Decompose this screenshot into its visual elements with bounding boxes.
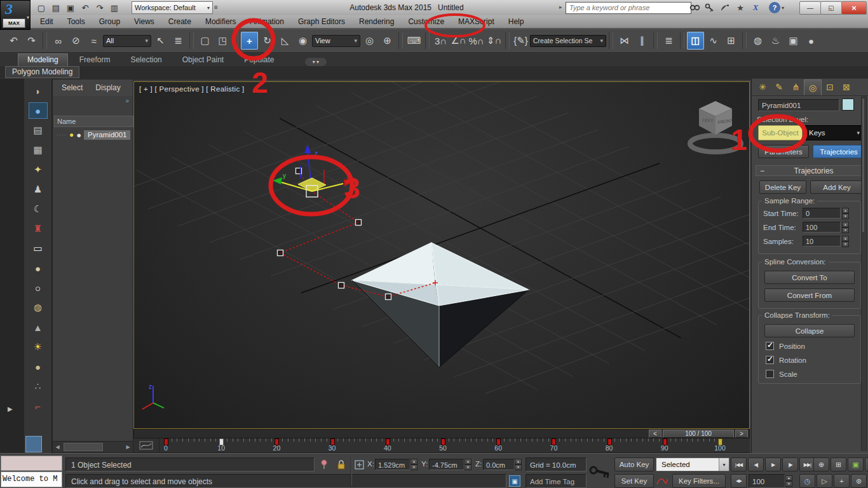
x-spinner[interactable]: ▲▼: [410, 459, 417, 470]
track-bar-key[interactable]: [718, 438, 722, 445]
track-bar-key[interactable]: [496, 438, 501, 445]
left-tool-icon[interactable]: ●: [29, 358, 48, 375]
scrollbar-thumb[interactable]: [64, 443, 103, 451]
move-gizmo[interactable]: y z x: [273, 144, 352, 197]
select-and-place-button[interactable]: ◉: [294, 32, 311, 50]
maxscript-mini-listener[interactable]: Welcome to M: [1, 471, 62, 487]
collapse-button[interactable]: Collapse: [764, 324, 855, 337]
add-key-button[interactable]: Add Key: [810, 180, 864, 194]
delete-key-button[interactable]: Delete Key: [759, 180, 806, 194]
menu-item[interactable]: Rendering: [352, 15, 401, 29]
minimize-button[interactable]: —: [799, 1, 821, 15]
pyramid-object[interactable]: [352, 243, 529, 367]
gizmo-x-arrow[interactable]: [344, 179, 352, 186]
save-file-icon[interactable]: ▣: [64, 1, 78, 14]
exchange-apps-icon[interactable]: X: [749, 1, 763, 14]
toolbar-overflow-icon[interactable]: ≡: [211, 1, 221, 13]
expand-toolbar-icon[interactable]: »: [125, 97, 129, 104]
trajectories-rollout-header[interactable]: − Trajectories: [756, 165, 864, 176]
end-time-spinner[interactable]: ▲▼: [842, 222, 849, 233]
search-icon[interactable]: [688, 1, 702, 14]
manage-layers-button[interactable]: ≣: [660, 32, 677, 50]
key-mode-toggle[interactable]: ◀▶: [731, 474, 747, 488]
ribbon-tab[interactable]: Modeling: [18, 53, 68, 66]
time-tag-icon[interactable]: ▣: [509, 475, 520, 487]
workspace-dropdown[interactable]: Workspace: Default ▾: [132, 1, 213, 14]
previous-frame-button[interactable]: ◀|: [748, 458, 764, 471]
undo-dropdown-icon[interactable]: ↶: [78, 1, 92, 14]
align-button[interactable]: ∥: [634, 32, 651, 50]
menu-item[interactable]: Modifiers: [198, 15, 243, 29]
render-setup-button[interactable]: ♨: [767, 32, 784, 50]
window-crossing-toggle[interactable]: ◳: [214, 32, 231, 50]
samples-spinner[interactable]: ▲▼: [842, 236, 849, 247]
trajectory-key[interactable]: [356, 220, 362, 226]
left-tool-icon[interactable]: ◍: [29, 299, 48, 316]
infocenter-flyout-icon[interactable]: ▸: [559, 4, 562, 10]
selection-lock-icon[interactable]: [336, 459, 347, 470]
separator[interactable]: [43, 32, 47, 49]
object-color-swatch[interactable]: [842, 98, 854, 111]
snaps-toggle-3d[interactable]: 3∩: [432, 32, 449, 50]
left-tool-icon[interactable]: ●: [29, 260, 48, 276]
z-coordinate-field[interactable]: 0.0cm: [483, 459, 515, 470]
previous-frame-slider-button[interactable]: <: [649, 430, 661, 438]
select-by-name-button[interactable]: ≣: [170, 32, 187, 50]
separator[interactable]: [398, 32, 403, 49]
left-tool-icon[interactable]: ✦: [29, 161, 48, 178]
mirror-button[interactable]: ⋈: [616, 32, 633, 50]
left-tool-icon[interactable]: ◗: [29, 83, 48, 99]
unlink-selection-button[interactable]: ⊘: [67, 32, 85, 50]
collapse-rollout-icon[interactable]: −: [760, 166, 764, 175]
open-file-icon[interactable]: ▤: [49, 1, 63, 14]
motion-tab[interactable]: ◎: [804, 79, 822, 95]
named-selection-sets-field[interactable]: Create Selection Se: [530, 35, 606, 47]
mini-curve-editor-icon[interactable]: [133, 438, 159, 452]
close-button[interactable]: ×: [841, 1, 867, 15]
absolute-mode-transform-icon[interactable]: [353, 459, 365, 470]
edit-named-selection-sets-button[interactable]: {✎}: [512, 32, 529, 50]
curve-editor-button[interactable]: ∿: [705, 32, 722, 50]
default-tangent-curve-icon[interactable]: [656, 475, 668, 487]
track-bar-key[interactable]: [441, 438, 445, 445]
modify-tab[interactable]: ✎: [771, 79, 787, 95]
select-and-scale-button[interactable]: ◺: [276, 32, 294, 50]
samples-field[interactable]: 10: [803, 236, 841, 247]
restore-button[interactable]: ◱: [820, 1, 842, 15]
next-frame-slider-button[interactable]: >: [735, 430, 748, 438]
redo-button[interactable]: ↷: [23, 32, 40, 50]
select-and-move-button[interactable]: +: [241, 32, 258, 50]
menu-item[interactable]: Help: [501, 15, 531, 29]
left-tool-icon[interactable]: ∴: [29, 378, 48, 395]
track-bar-key[interactable]: [607, 438, 612, 445]
scene-explorer-menu[interactable]: Display: [95, 83, 120, 92]
checkbox[interactable]: [766, 356, 774, 364]
set-keys-key-icon[interactable]: [588, 460, 612, 483]
current-frame-field[interactable]: 100: [749, 474, 785, 488]
scene-explorer-menu[interactable]: Select: [62, 83, 83, 92]
start-time-spinner[interactable]: ▲▼: [842, 208, 849, 219]
ribbon-tab[interactable]: Populate: [235, 54, 283, 66]
search-input[interactable]: Type a keyword or phrase: [566, 2, 691, 14]
sign-in-key-icon[interactable]: [703, 1, 717, 14]
track-bar[interactable]: 0102030405060708090100: [133, 438, 750, 453]
pan-view-button[interactable]: +: [834, 474, 850, 488]
project-folder-icon[interactable]: ▥: [107, 1, 121, 14]
add-time-tag-field[interactable]: Add Time Tag: [526, 474, 587, 488]
bind-to-space-warp-button[interactable]: ≈: [85, 32, 102, 50]
left-tool-icon[interactable]: ♜: [29, 220, 48, 237]
new-file-icon[interactable]: ▢: [34, 1, 48, 14]
perspective-viewport[interactable]: y z x LEFT FRONT z [ + ] [ Perspectiv: [133, 81, 750, 429]
zoom-extents-button[interactable]: ▣: [848, 458, 864, 471]
left-tool-active-swatch[interactable]: [25, 436, 42, 452]
menu-item[interactable]: Group: [92, 15, 127, 29]
left-tool-icon[interactable]: ☾: [29, 201, 48, 217]
left-tool-icon[interactable]: ▤: [29, 122, 48, 139]
convert-from-button[interactable]: Convert From: [764, 288, 855, 302]
y-spinner[interactable]: ▲▼: [465, 459, 471, 470]
x-coordinate-field[interactable]: 1.529cm: [375, 459, 410, 470]
z-spinner[interactable]: ▲▼: [515, 459, 522, 470]
utilities-tab[interactable]: ⊠: [838, 79, 855, 95]
hierarchy-tab[interactable]: ⋔: [787, 79, 804, 95]
selection-filter-dropdown[interactable]: All: [103, 35, 151, 47]
